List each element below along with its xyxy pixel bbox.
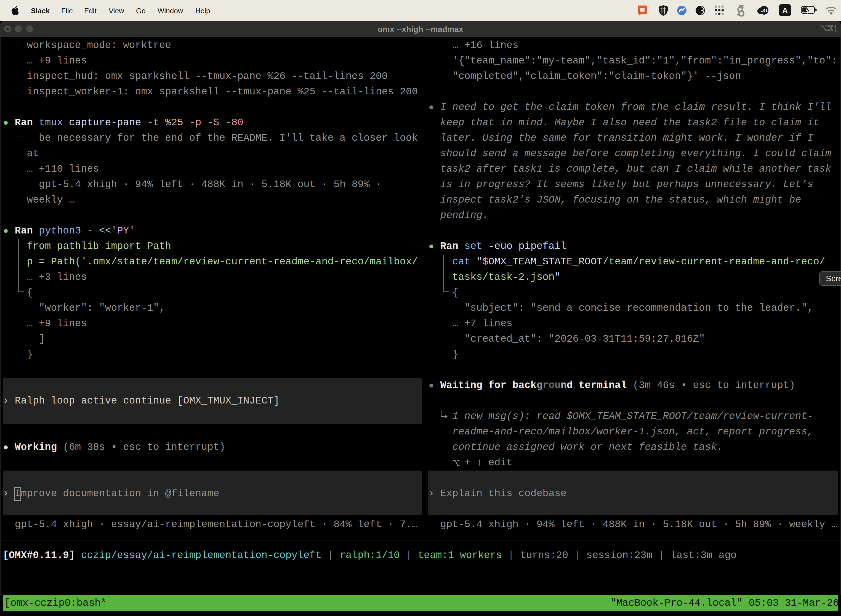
svg-text:A: A bbox=[782, 6, 788, 15]
svg-text:..61: ..61 bbox=[761, 8, 768, 13]
